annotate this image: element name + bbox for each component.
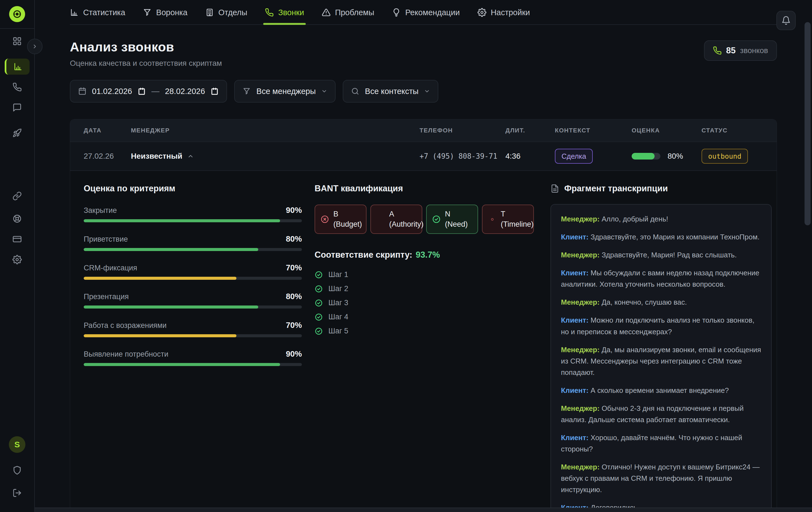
sidebar-item-settings[interactable] — [5, 251, 30, 268]
rocket-icon — [12, 128, 22, 138]
tab-recommendations[interactable]: Рекомендации — [392, 0, 460, 25]
bant-card-need: N(Need) — [426, 205, 478, 234]
warning-icon — [322, 8, 330, 17]
criteria-value: 90% — [286, 349, 302, 358]
tab-label: Рекомендации — [405, 8, 460, 17]
message-text: Здравствуйте, Мария! Рад вас слышать. — [602, 251, 736, 259]
check-circle-icon — [315, 271, 323, 279]
speaker-manager: Менеджер: — [561, 346, 600, 354]
criteria-bar — [84, 248, 302, 251]
bottom-strip — [35, 508, 812, 512]
bant-empty-icon — [376, 215, 385, 224]
speaker-client: Клиент: — [561, 316, 588, 324]
sidebar-item-launch[interactable] — [5, 125, 30, 141]
manager-name: Неизвестный — [131, 152, 182, 161]
script-steps: Шаг 1 Шаг 2 Шаг 3 — [315, 270, 537, 335]
chevron-down-icon — [424, 88, 430, 94]
criteria-bar — [84, 363, 302, 366]
credit-card-icon — [12, 235, 22, 244]
tab-label: Статистика — [83, 8, 125, 17]
sidebar-item-dashboard[interactable] — [5, 33, 30, 49]
tab-calls[interactable]: Звонки — [265, 0, 304, 25]
table-row[interactable]: 27.02.26 Неизвестный +7 (495) 808-39-71 … — [70, 141, 777, 171]
step-label: Шаг 1 — [328, 270, 348, 279]
date-picker-icon[interactable] — [210, 87, 219, 96]
chevron-right-icon — [32, 44, 38, 50]
robot-logo-icon — [12, 9, 22, 19]
speaker-client: Клиент: — [561, 233, 588, 241]
chevron-down-icon — [321, 88, 327, 94]
message-text: Да, конечно, слушаю вас. — [602, 298, 687, 306]
criteria-item: Приветствие80% — [84, 235, 302, 251]
shield-icon — [12, 465, 22, 475]
transcript-box[interactable]: Менеджер: Алло, добрый день! Клиент: Здр… — [550, 204, 772, 512]
check-circle-icon — [315, 299, 323, 307]
sidebar-item-support[interactable] — [5, 211, 30, 227]
phone-icon — [265, 8, 274, 17]
tab-label: Проблемы — [335, 8, 374, 17]
sidebar-item-logout[interactable] — [5, 485, 30, 501]
bar-chart-icon — [70, 8, 79, 17]
filter-icon — [242, 87, 251, 96]
criteria-label: Работа с возражениями — [84, 321, 167, 330]
criteria-label: Выявление потребности — [84, 350, 169, 358]
tab-problems[interactable]: Проблемы — [322, 0, 374, 25]
tab-departments[interactable]: Отделы — [205, 0, 248, 25]
speaker-client: Клиент: — [561, 433, 588, 442]
step-label: Шаг 4 — [328, 313, 348, 321]
avatar[interactable]: S — [9, 436, 25, 453]
chat-icon — [12, 103, 22, 112]
date-picker-icon[interactable] — [138, 87, 146, 96]
notifications-button[interactable] — [776, 11, 796, 30]
script-compliance-value: 93.7% — [416, 250, 440, 260]
sidebar-item-billing[interactable] — [5, 231, 30, 247]
script-step: Шаг 4 — [315, 313, 537, 321]
sidebar-item-calls[interactable] — [5, 79, 30, 95]
criteria-bar — [84, 334, 302, 337]
sidebar-item-security[interactable] — [5, 462, 30, 478]
filters-bar: 01.02.2026 — 28.02.2026 Все менеджеры — [70, 80, 777, 103]
tab-statistics[interactable]: Статистика — [70, 0, 125, 25]
sidebar: S — [0, 0, 35, 512]
message-text: Мы обсуждали с вами неделю назад подключ… — [561, 269, 759, 288]
app-logo[interactable] — [9, 6, 25, 22]
sidebar-item-chats[interactable] — [5, 100, 30, 115]
calls-table: ДАТА МЕНЕДЖЕР ТЕЛЕФОН ДЛИТ. КОНТЕКСТ ОЦЕ… — [70, 119, 777, 512]
contexts-filter-dropdown[interactable]: Все контексты — [343, 80, 438, 103]
main-area: Статистика Воронка Отделы — [35, 0, 812, 512]
criteria-bar-fill — [84, 248, 258, 251]
column-header-date: ДАТА — [84, 127, 131, 134]
check-circle-icon — [315, 313, 323, 321]
cell-phone: +7 (495) 808-39-71 — [419, 152, 505, 160]
sidebar-bottom: S — [5, 436, 30, 512]
managers-filter-dropdown[interactable]: Все менеджеры — [234, 80, 336, 103]
vertical-scrollbar[interactable] — [805, 22, 811, 225]
sidebar-collapse-button[interactable] — [27, 39, 42, 54]
sidebar-item-integrations[interactable] — [5, 188, 30, 204]
tab-funnel[interactable]: Воронка — [143, 0, 187, 25]
date-range-filter[interactable]: 01.02.2026 — 28.02.2026 — [70, 80, 227, 103]
sidebar-item-analytics[interactable] — [5, 59, 30, 75]
date-range-separator: — — [151, 87, 160, 96]
message-text: Алло, добрый день! — [602, 215, 668, 223]
status-badge: outbound — [701, 149, 748, 164]
phone-icon — [713, 46, 722, 55]
link-icon — [12, 191, 22, 201]
score-progress — [632, 153, 660, 160]
bar-chart-icon — [13, 62, 23, 71]
sidebar-divider — [0, 28, 34, 29]
cell-manager[interactable]: Неизвестный — [131, 152, 419, 161]
column-header-status: СТАТУС — [701, 127, 777, 134]
column-header-phone: ТЕЛЕФОН — [419, 127, 505, 134]
script-compliance-label: Соответствие скрипту: — [315, 250, 412, 260]
tab-settings[interactable]: Настройки — [477, 0, 530, 25]
step-label: Шаг 5 — [328, 327, 348, 335]
criteria-value: 70% — [286, 263, 302, 272]
transcript-message: Менеджер: Да, мы анализируем звонки, ema… — [561, 344, 761, 378]
transcript-message: Клиент: Мы обсуждали с вами неделю назад… — [561, 267, 761, 290]
speaker-client: Клиент: — [561, 269, 588, 277]
date-from-input[interactable]: 01.02.2026 — [92, 87, 132, 96]
contexts-filter-value: Все контексты — [365, 87, 418, 96]
date-to-input[interactable]: 28.02.2026 — [165, 87, 205, 96]
script-step: Шаг 3 — [315, 299, 537, 307]
